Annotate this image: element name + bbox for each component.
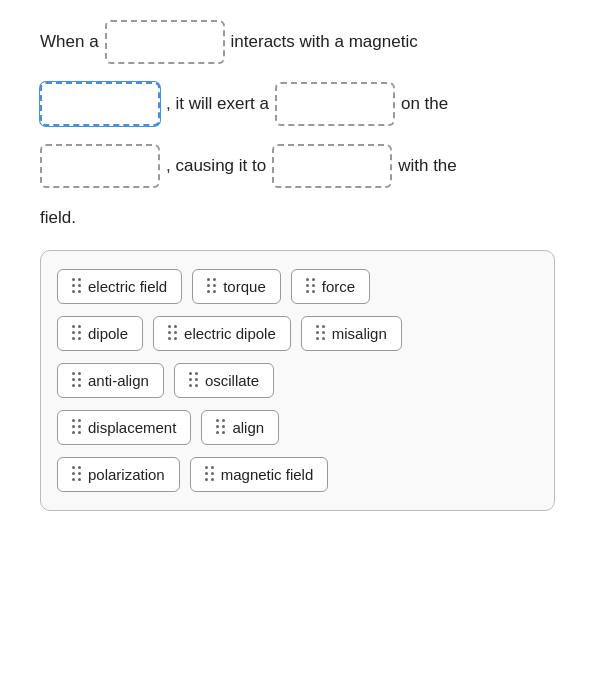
drag-label-dipole: dipole xyxy=(88,325,128,342)
drag-item-anti-align[interactable]: anti-align xyxy=(57,363,164,398)
drop-zone-4[interactable] xyxy=(40,144,160,188)
drag-label-torque: torque xyxy=(223,278,266,295)
drag-item-magnetic-field[interactable]: magnetic field xyxy=(190,457,329,492)
drag-handle-anti-align xyxy=(72,372,82,388)
sentence-line-3: , causing it to with the xyxy=(40,144,555,188)
drag-item-dipole[interactable]: dipole xyxy=(57,316,143,351)
word-interacts: interacts with a magnetic xyxy=(231,30,418,54)
drop-zone-3[interactable] xyxy=(275,82,395,126)
drag-row-1: electric field torque xyxy=(57,269,538,304)
drag-item-torque[interactable]: torque xyxy=(192,269,281,304)
drag-label-anti-align: anti-align xyxy=(88,372,149,389)
drag-row-5: polarization magnetic field xyxy=(57,457,538,492)
sentence-line-4: field. xyxy=(40,206,555,230)
drag-item-displacement[interactable]: displacement xyxy=(57,410,191,445)
word-it-will-exert: , it will exert a xyxy=(166,92,269,116)
drag-handle-oscillate xyxy=(189,372,199,388)
drag-label-displacement: displacement xyxy=(88,419,176,436)
drag-handle-electric-dipole xyxy=(168,325,178,341)
drag-label-magnetic-field: magnetic field xyxy=(221,466,314,483)
drag-item-polarization[interactable]: polarization xyxy=(57,457,180,492)
drag-label-electric-dipole: electric dipole xyxy=(184,325,276,342)
word-on-the: on the xyxy=(401,92,448,116)
drag-label-force: force xyxy=(322,278,355,295)
drag-handle-force xyxy=(306,278,316,294)
drag-items-area: electric field torque xyxy=(40,250,555,511)
drag-label-oscillate: oscillate xyxy=(205,372,259,389)
drop-zone-5[interactable] xyxy=(272,144,392,188)
drag-label-electric-field: electric field xyxy=(88,278,167,295)
sentence-area: When a interacts with a magnetic , it wi… xyxy=(40,20,555,230)
drag-item-electric-dipole[interactable]: electric dipole xyxy=(153,316,291,351)
drag-row-4: displacement align xyxy=(57,410,538,445)
sentence-line-1: When a interacts with a magnetic xyxy=(40,20,555,64)
drag-handle-misalign xyxy=(316,325,326,341)
drag-handle-electric-field xyxy=(72,278,82,294)
drag-handle-align xyxy=(216,419,226,435)
drag-row-3: anti-align oscillate xyxy=(57,363,538,398)
drag-handle-magnetic-field xyxy=(205,466,215,482)
drag-label-misalign: misalign xyxy=(332,325,387,342)
drag-label-polarization: polarization xyxy=(88,466,165,483)
word-when-a: When a xyxy=(40,30,99,54)
drag-item-force[interactable]: force xyxy=(291,269,370,304)
drag-item-electric-field[interactable]: electric field xyxy=(57,269,182,304)
drag-item-misalign[interactable]: misalign xyxy=(301,316,402,351)
drag-handle-displacement xyxy=(72,419,82,435)
drag-handle-dipole xyxy=(72,325,82,341)
drag-handle-torque xyxy=(207,278,217,294)
drag-label-align: align xyxy=(232,419,264,436)
drag-item-oscillate[interactable]: oscillate xyxy=(174,363,274,398)
drag-item-align[interactable]: align xyxy=(201,410,279,445)
drop-zone-1[interactable] xyxy=(105,20,225,64)
sentence-line-2: , it will exert a on the xyxy=(40,82,555,126)
drag-row-2: dipole electric dipole xyxy=(57,316,538,351)
word-with-the: with the xyxy=(398,154,457,178)
drag-handle-polarization xyxy=(72,466,82,482)
word-causing: , causing it to xyxy=(166,154,266,178)
drop-zone-2[interactable] xyxy=(40,82,160,126)
word-field: field. xyxy=(40,206,76,230)
